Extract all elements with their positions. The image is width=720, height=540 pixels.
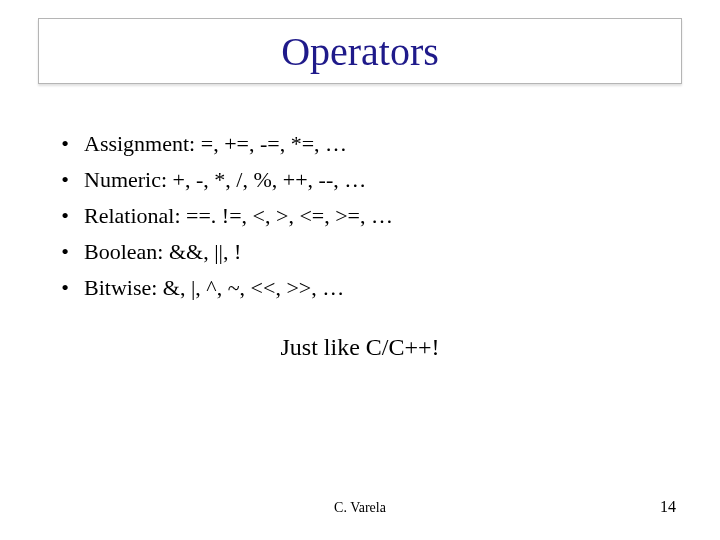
list-item: • Relational: ==. !=, <, >, <=, >=, … (60, 200, 640, 232)
footer-page-number: 14 (660, 498, 676, 516)
bullet-icon: • (60, 272, 70, 304)
bullet-text: Boolean: &&, ||, ! (84, 236, 241, 268)
bullet-icon: • (60, 128, 70, 160)
list-item: • Assignment: =, +=, -=, *=, … (60, 128, 640, 160)
bullet-text: Relational: ==. !=, <, >, <=, >=, … (84, 200, 393, 232)
list-item: • Numeric: +, -, *, /, %, ++, --, … (60, 164, 640, 196)
bullet-text: Numeric: +, -, *, /, %, ++, --, … (84, 164, 366, 196)
bullet-list: • Assignment: =, +=, -=, *=, … • Numeric… (60, 128, 640, 307)
bullet-text: Assignment: =, +=, -=, *=, … (84, 128, 347, 160)
footer-author: C. Varela (0, 500, 720, 516)
slide: Operators • Assignment: =, +=, -=, *=, …… (0, 0, 720, 540)
list-item: • Boolean: &&, ||, ! (60, 236, 640, 268)
bullet-text: Bitwise: &, |, ^, ~, <<, >>, … (84, 272, 344, 304)
bullet-icon: • (60, 200, 70, 232)
bullet-icon: • (60, 236, 70, 268)
title-container: Operators (38, 18, 682, 84)
callout-text: Just like C/C++! (0, 334, 720, 361)
list-item: • Bitwise: &, |, ^, ~, <<, >>, … (60, 272, 640, 304)
slide-title: Operators (281, 28, 439, 75)
bullet-icon: • (60, 164, 70, 196)
